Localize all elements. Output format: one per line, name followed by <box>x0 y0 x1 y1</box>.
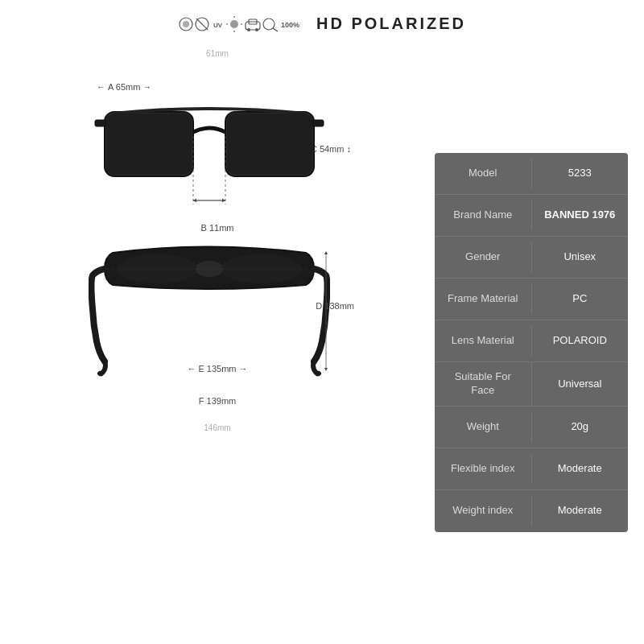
svg-point-12 <box>247 28 250 31</box>
measurement-d-value: D 138mm <box>316 301 354 311</box>
spec-value: Moderate <box>532 496 629 526</box>
svg-point-13 <box>255 28 258 31</box>
measurement-f-value: F 139mm <box>199 396 236 406</box>
spec-row: Weight20g <box>435 407 628 448</box>
spec-value: Moderate <box>532 454 629 484</box>
svg-rect-20 <box>312 120 324 126</box>
measurement-e-label: ← E 135mm → <box>187 364 247 374</box>
spec-row: Flexible indexModerate <box>435 448 628 490</box>
spec-value: Unisex <box>532 242 629 272</box>
spec-row: Model5233 <box>435 153 628 195</box>
diagram-section: 61mm ← A 65mm → C 54mm ↕ <box>16 41 419 644</box>
spec-row: Suitable For FaceUniversal <box>435 362 628 407</box>
svg-rect-22 <box>227 114 312 175</box>
spec-label: Flexible index <box>435 454 532 484</box>
glasses-front-view: ← A 65mm → C 54mm ↕ <box>80 76 354 237</box>
svg-rect-19 <box>95 120 106 126</box>
polarized-icons: UV 100% <box>178 15 307 33</box>
svg-rect-21 <box>106 114 192 175</box>
measurement-a-label: ← A 65mm → <box>97 82 151 92</box>
svg-text:100%: 100% <box>281 21 299 29</box>
measurement-f-label: F 139mm <box>199 396 236 406</box>
glasses-side-view: D 138mm ← E 135mm → F 139mm <box>80 229 354 422</box>
spec-label: Weight <box>435 412 532 442</box>
spec-label: Gender <box>435 242 532 272</box>
spec-value: Universal <box>532 369 629 399</box>
measurement-a-value: A 65mm <box>108 82 140 92</box>
header-icons: UV 100% <box>178 15 307 33</box>
spec-label: Frame Material <box>435 284 532 314</box>
glasses-front-svg <box>89 96 330 221</box>
specs-table: Model5233Brand NameBANNED 1976GenderUnis… <box>435 153 628 532</box>
svg-point-5 <box>230 20 238 28</box>
spec-value: 5233 <box>532 159 629 188</box>
spec-value: BANNED 1976 <box>532 200 629 230</box>
measurement-d-label: D 138mm <box>316 301 354 311</box>
bottom-dimension-label: 146mm <box>204 423 230 432</box>
svg-line-15 <box>273 28 278 31</box>
measurement-e-value: E 135mm <box>198 364 236 374</box>
spec-value: 20g <box>532 412 629 442</box>
page: UV 100% HD POLARIZED <box>0 0 644 644</box>
spec-label: Model <box>435 159 532 188</box>
main-content: 61mm ← A 65mm → C 54mm ↕ <box>0 41 644 644</box>
spec-value: POLAROID <box>532 326 629 356</box>
svg-point-14 <box>263 19 275 30</box>
top-dimension-label: 61mm <box>206 49 229 58</box>
spec-row: Lens MaterialPOLAROID <box>435 320 628 362</box>
header-title: HD POLARIZED <box>316 14 466 33</box>
spec-row: GenderUnisex <box>435 237 628 279</box>
svg-point-1 <box>183 21 189 27</box>
svg-line-3 <box>196 19 208 30</box>
spec-label: Lens Material <box>435 326 532 356</box>
spec-label: Weight index <box>435 496 532 526</box>
spec-row: Frame MaterialPC <box>435 279 628 320</box>
spec-row: Brand NameBANNED 1976 <box>435 195 628 237</box>
header: UV 100% HD POLARIZED <box>0 0 644 41</box>
spec-label: Brand Name <box>435 200 532 230</box>
svg-text:UV: UV <box>213 22 223 29</box>
spec-row: Weight indexModerate <box>435 490 628 532</box>
spec-value: PC <box>532 284 629 314</box>
spec-label: Suitable For Face <box>435 362 532 406</box>
